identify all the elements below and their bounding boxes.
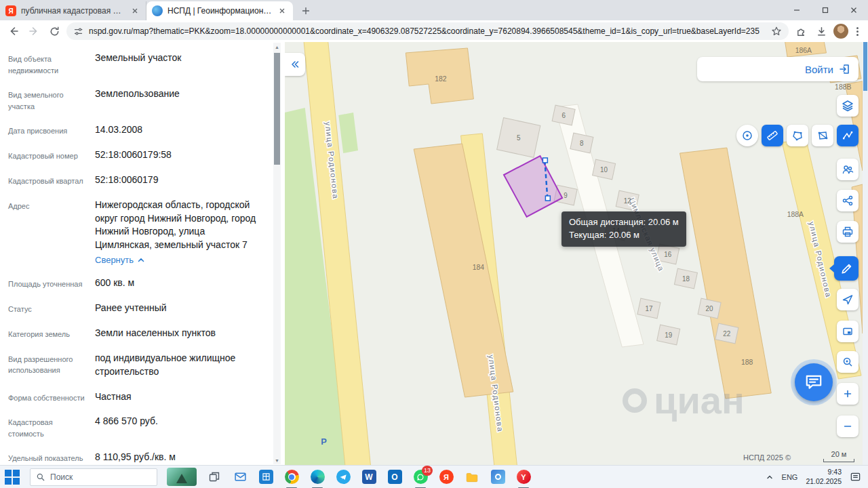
profile-avatar[interactable]	[833, 24, 848, 39]
panel-scrollbar-thumb[interactable]	[274, 53, 280, 165]
telegram-app-icon[interactable]	[335, 469, 351, 485]
measure-polyline-button[interactable]	[837, 125, 859, 146]
collapse-address-link[interactable]: Свернуть	[95, 255, 264, 265]
tab-nspd[interactable]: НСПД | Геоинформационный	[146, 1, 293, 20]
close-button[interactable]	[840, 0, 868, 20]
info-row: Площадь уточненная600 кв. м	[8, 277, 264, 290]
address-bar[interactable]: nspd.gov.ru/map?thematic=PKK&zoom=18.000…	[66, 22, 789, 40]
scale-bar	[823, 459, 854, 462]
yandex-browser-app-icon[interactable]: Y	[515, 469, 532, 485]
point-coordinates-button[interactable]	[736, 125, 758, 146]
chrome-app-icon[interactable]	[283, 469, 300, 485]
scroll-up-icon[interactable]: ▲	[273, 43, 281, 51]
edge-app-icon[interactable]	[309, 469, 326, 485]
layers-button[interactable]	[837, 95, 859, 117]
measure-perimeter-button[interactable]	[812, 125, 833, 146]
extensions-puzzle-icon[interactable]	[793, 23, 809, 39]
tab-close-icon[interactable]	[277, 5, 288, 16]
dot-circle-icon	[741, 129, 753, 142]
search-icon	[36, 472, 45, 482]
login-bar[interactable]: Войти	[697, 57, 859, 81]
share-icon	[842, 195, 854, 207]
downloads-icon[interactable]	[813, 23, 829, 39]
parcel-number: 9	[564, 192, 568, 199]
back-icon[interactable]	[5, 23, 22, 39]
info-row: Кадастровая стоимость4 866 570 руб.	[8, 415, 264, 439]
selected-parcel[interactable]	[504, 156, 562, 217]
site-info-icon[interactable]	[73, 26, 83, 37]
word-app-icon[interactable]: W	[361, 469, 377, 485]
search-location-icon	[842, 356, 854, 368]
zoom-in-button[interactable]	[837, 383, 859, 405]
maximize-button[interactable]	[811, 0, 840, 20]
draw-tool-button[interactable]	[834, 256, 859, 281]
photos-app-icon[interactable]	[490, 469, 506, 485]
new-tab-button[interactable]	[297, 2, 315, 20]
info-row: Категория земельЗемли населенных пунктов	[8, 327, 264, 340]
page-scrollbar-thumb[interactable]	[863, 42, 867, 91]
mail-app-icon[interactable]	[232, 469, 248, 485]
pencil-icon	[840, 262, 853, 275]
outlook-app-icon[interactable]: O	[387, 469, 403, 485]
scroll-down-icon[interactable]: ▼	[273, 456, 281, 464]
taskbar-search-box[interactable]: Поиск	[30, 468, 157, 486]
collapse-link-label: Свернуть	[95, 255, 134, 265]
row-label: Статус	[8, 302, 95, 315]
tab-cadastral-map[interactable]: Я публичная кадастровая карта	[0, 1, 146, 20]
login-label: Войти	[805, 64, 833, 75]
info-row: СтатусРанее учтенный	[8, 302, 264, 315]
print-button[interactable]	[837, 221, 859, 243]
reload-icon[interactable]	[46, 23, 62, 39]
tab-close-icon[interactable]	[130, 5, 140, 16]
polygon-area-icon	[791, 129, 804, 142]
chat-button[interactable]	[795, 363, 833, 401]
people-icon	[842, 163, 854, 176]
page-scrollbar[interactable]	[863, 42, 868, 465]
parcel-number: 18	[682, 275, 690, 283]
share-button[interactable]	[837, 190, 859, 211]
row-label: Категория земель	[8, 327, 95, 340]
whatsapp-badge: 13	[422, 466, 433, 476]
browser-menu-icon[interactable]	[852, 27, 863, 36]
browser-tabstrip: Я публичная кадастровая карта НСПД | Гео…	[0, 0, 868, 20]
explorer-folder-icon[interactable]	[464, 469, 480, 485]
parcel-info-panel: Вид объекта недвижимостиЗемельный участо…	[0, 42, 285, 465]
forward-icon[interactable]	[26, 23, 42, 39]
task-view-button[interactable]	[206, 469, 222, 485]
panel-collapse-button[interactable]	[285, 53, 305, 76]
measure-area-button[interactable]	[787, 125, 808, 146]
info-row: Удельный показатель кадастровой стоимост…	[8, 451, 264, 465]
cian-logo-icon	[623, 388, 647, 413]
map-canvas[interactable]: улица Родионова улица Родионова Цимлянск…	[285, 42, 863, 465]
minimize-button[interactable]	[783, 0, 811, 20]
notification-center-icon[interactable]	[850, 471, 861, 483]
participation-button[interactable]	[837, 159, 859, 180]
row-value: Земли населенных пунктов	[95, 327, 216, 340]
measure-handle[interactable]	[545, 196, 550, 201]
row-label: Адрес	[8, 199, 95, 266]
building-number: 182	[435, 75, 447, 83]
measure-distance-button[interactable]	[762, 125, 783, 146]
start-button[interactable]	[4, 469, 20, 485]
zoom-out-button[interactable]	[837, 415, 859, 437]
clock-date: 21.02.2025	[806, 477, 842, 486]
search-on-map-button[interactable]	[837, 351, 859, 373]
taskbar-clock[interactable]: 9:43 21.02.2025	[806, 468, 842, 485]
row-label: Площадь уточненная	[8, 277, 95, 290]
panel-scrollbar[interactable]: ▲ ▼	[273, 43, 281, 464]
screenshot-frame-button[interactable]	[837, 321, 859, 342]
store-app-icon[interactable]	[258, 469, 274, 485]
bookmark-star-icon[interactable]	[771, 26, 782, 37]
measure-handle[interactable]	[542, 158, 547, 163]
tooltip-total-distance: Общая дистанция: 20.06 м	[569, 216, 679, 229]
building-184-strip[interactable]	[414, 144, 513, 397]
locate-button[interactable]	[837, 289, 859, 310]
printer-icon	[842, 226, 854, 238]
widgets-thumbnail[interactable]	[167, 468, 197, 486]
row-value: 4 866 570 руб.	[95, 415, 158, 439]
tray-expand-icon[interactable]	[766, 473, 774, 481]
yandex-app-icon[interactable]: Я	[438, 469, 454, 485]
whatsapp-app-icon[interactable]: 13	[412, 469, 429, 485]
language-indicator[interactable]: ENG	[782, 473, 798, 481]
parcel-number: 22	[723, 330, 730, 338]
